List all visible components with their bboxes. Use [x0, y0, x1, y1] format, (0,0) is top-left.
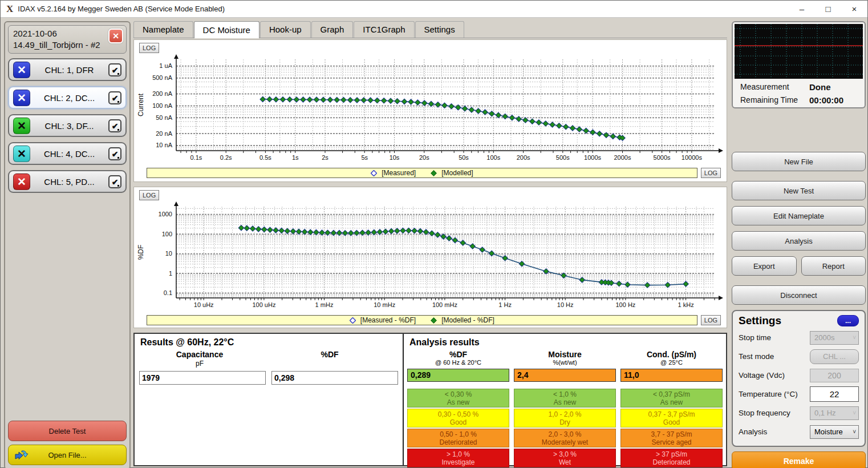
classification-label: Investigate: [408, 458, 509, 466]
test-name: 14.49_till_Torbjörn - #2: [13, 40, 107, 50]
tab-graph[interactable]: Graph: [311, 21, 354, 38]
open-diamond-icon: [371, 170, 377, 176]
channel-checkbox[interactable]: ✔: [108, 63, 121, 76]
svg-text:50 nA: 50 nA: [156, 114, 172, 121]
svg-text:100 Hz: 100 Hz: [615, 301, 635, 308]
analysis-classification-row: 0,30 - 0,50 %Good: [407, 409, 509, 427]
voltage-vdc--field: [810, 369, 859, 382]
analysis-classification-row: < 1,0 %As new: [514, 389, 616, 408]
svg-text:1 kHz: 1 kHz: [678, 301, 694, 308]
temperature-c--field[interactable]: [810, 386, 859, 402]
analysis-column-2: Moisture%(wt/wt)2,4< 1,0 %As new1,0 - 2,…: [514, 350, 616, 468]
classification-label: As new: [408, 398, 509, 406]
tab-settings[interactable]: Settings: [415, 21, 464, 38]
measurement-status-row: Measurement Done: [735, 79, 863, 92]
svg-text:500 nA: 500 nA: [152, 74, 173, 81]
checkbox-dot: [117, 185, 119, 187]
main-content: 2021-10-06 14.49_till_Torbjörn - #2 ✕ ✕C…: [1, 18, 867, 468]
legend-label: [Modelled - %DF]: [441, 316, 494, 324]
remake-button[interactable]: Remake: [732, 451, 866, 468]
classification-range: > 37 pS/m: [621, 450, 722, 458]
analysis-title: Analysis results: [404, 334, 726, 349]
channel-item-2[interactable]: ✕CHL: 2, DC...✔: [8, 86, 127, 109]
results-panel: Results @ 60Hz, 22°C Capacitance pF %DF: [133, 333, 727, 466]
maximize-button[interactable]: □: [815, 1, 841, 17]
analysis-value-cell: 11,0: [620, 369, 723, 382]
svg-text:Current: Current: [137, 93, 145, 116]
open-file-button[interactable]: Open File...: [8, 445, 127, 465]
minimize-button[interactable]: –: [789, 1, 815, 17]
tab-nameplate[interactable]: Nameplate: [133, 21, 193, 38]
diamond-icon: [431, 170, 437, 176]
channel-item-3[interactable]: ✕CHL: 3, DF...✔: [8, 114, 127, 137]
capacitance-value-field[interactable]: [139, 371, 266, 385]
channel-item-4[interactable]: ✕CHL: 4, DC...✔: [8, 142, 127, 165]
tab-itc1graph[interactable]: ITC1Graph: [354, 21, 414, 38]
log-scale-button-current-y[interactable]: LOG: [139, 43, 159, 53]
chevron-down-icon: ˅: [853, 429, 856, 435]
svg-text:5s: 5s: [361, 154, 368, 161]
classification-label: Service aged: [621, 438, 722, 446]
analysis-classification-row: 3,7 - 37 pS/mService aged: [620, 429, 723, 447]
report-button[interactable]: Report: [801, 256, 866, 276]
df-value-field[interactable]: [271, 371, 398, 385]
chevron-down-icon: ˅: [853, 334, 856, 341]
svg-text:10 Hz: 10 Hz: [557, 301, 574, 308]
log-scale-button-current-x[interactable]: LOG: [701, 168, 721, 178]
export-button[interactable]: Export: [732, 256, 797, 276]
delete-test-button[interactable]: Delete Test: [8, 421, 127, 441]
results-title: Results @ 60Hz, 22°C: [135, 334, 403, 349]
main-column: NameplateDC MoistureHook-upGraphITC1Grap…: [131, 21, 727, 468]
analysis-classification-row: 1,0 - 2,0 %Dry: [514, 409, 616, 427]
channel-label: CHL: 4, DC...: [30, 149, 108, 159]
tab-hook-up[interactable]: Hook-up: [260, 21, 311, 38]
new-file-button[interactable]: New File: [732, 152, 866, 171]
edit-nameplate-button[interactable]: Edit Nameplate: [732, 206, 866, 225]
settings-row: AnalysisMoisture˅: [739, 422, 859, 441]
test-file-header[interactable]: 2021-10-06 14.49_till_Torbjörn - #2 ✕: [8, 25, 127, 54]
channel-checkbox[interactable]: ✔: [108, 175, 121, 188]
analysis-classification-row: 2,0 - 3,0 %Moderately wet: [514, 429, 616, 447]
channel-checkbox[interactable]: ✔: [108, 119, 121, 132]
analysis-column-subheader: %(wt/wt): [514, 359, 616, 366]
settings-panel: Settings ... Stop time2000s˅Test modeCHL…: [732, 310, 866, 447]
log-scale-button-df-x[interactable]: LOG: [701, 315, 721, 325]
stop-time-value: 2000s: [814, 333, 853, 342]
legend-label: [Modelled]: [441, 169, 473, 177]
disconnect-button[interactable]: Disconnect: [732, 285, 866, 305]
analysis-columns: %DF@ 60 Hz & 20°C0,289< 0,30 %As new0,30…: [404, 349, 726, 468]
settings-menu-button[interactable]: ...: [837, 315, 859, 326]
analysis-column-1: %DF@ 60 Hz & 20°C0,289< 0,30 %As new0,30…: [407, 350, 509, 468]
capacitance-header: Capacitance: [135, 350, 265, 359]
channel-item-1[interactable]: ✕CHL: 1, DFR✔: [8, 58, 127, 81]
settings-row: Test modeCHL ...: [739, 347, 859, 366]
checkbox-dot: [117, 129, 119, 131]
close-window-button[interactable]: ×: [841, 1, 867, 17]
settings-title: Settings: [739, 314, 837, 327]
legend-item: [Modelled]: [431, 169, 473, 177]
measurement-label: Measurement: [740, 82, 809, 92]
svg-text:100 mHz: 100 mHz: [432, 301, 457, 308]
tab-dc-moisture[interactable]: DC Moisture: [194, 21, 259, 38]
analysis-select[interactable]: Moisture˅: [810, 425, 859, 439]
settings-row: Stop frequency0,1 Hz˅: [739, 404, 859, 422]
log-scale-button-df-y[interactable]: LOG: [139, 190, 159, 200]
open-file-icon: [14, 449, 29, 462]
channel-checkbox[interactable]: ✔: [108, 147, 121, 160]
legend-item: [Measured]: [371, 169, 416, 177]
channel-checkbox[interactable]: ✔: [108, 91, 121, 104]
classification-range: > 3,0 %: [514, 450, 615, 458]
settings-row: Voltage (Vdc): [739, 366, 859, 385]
close-test-button[interactable]: ✕: [108, 29, 123, 43]
results-headers: Capacitance pF %DF: [135, 350, 403, 368]
current-chart-panel: LOG 0.1s0.2s0.5s1s2s5s10s20s50s100s200s5…: [133, 39, 727, 182]
stop-frequency-value: 0,1 Hz: [814, 409, 853, 417]
svg-text:2000s: 2000s: [614, 154, 631, 161]
classification-label: Deteriorated: [621, 458, 722, 466]
svg-text:0.2s: 0.2s: [220, 154, 232, 161]
channel-item-5[interactable]: ✕CHL: 5, PD...✔: [8, 170, 127, 193]
analysis-button[interactable]: Analysis: [732, 231, 866, 251]
test-sidebar: 2021-10-06 14.49_till_Torbjörn - #2 ✕ ✕C…: [4, 21, 131, 468]
new-test-button[interactable]: New Test: [732, 181, 866, 200]
capacitance-unit: pF: [135, 360, 265, 368]
